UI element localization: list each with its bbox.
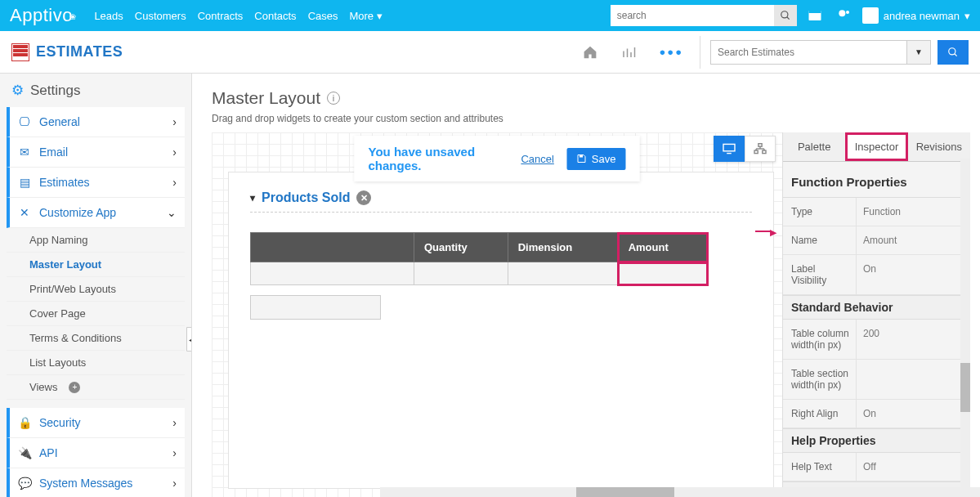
global-search-button[interactable] [774, 5, 797, 26]
sidebar-item-master-layout[interactable]: Master Layout [7, 253, 185, 277]
prop-name[interactable]: NameAmount [783, 226, 970, 255]
nav-contracts[interactable]: Contracts [198, 10, 244, 22]
col-amount[interactable]: Amount [618, 233, 707, 262]
nav-more[interactable]: More ▾ [349, 10, 382, 22]
nav-links: Leads Customers Contracts Contacts Cases… [94, 10, 382, 22]
plug-icon: 🔌 [18, 446, 31, 459]
section-header[interactable]: ▾ Products Sold ✕ [250, 190, 752, 205]
chevron-right-icon: › [172, 477, 177, 490]
more-dots-icon[interactable]: ●●● [652, 43, 690, 61]
svg-line-11 [955, 53, 957, 56]
prop-type[interactable]: TypeFunction [783, 198, 970, 226]
sidebar-item-terms[interactable]: Terms & Conditions [7, 326, 185, 351]
search-estimates-input[interactable] [710, 40, 906, 65]
search-icon [947, 47, 959, 58]
svg-point-5 [846, 11, 849, 14]
calendar-icon[interactable] [803, 5, 826, 26]
search-estimates-dropdown[interactable]: ▼ [906, 40, 931, 65]
sidebar-item-cover-page[interactable]: Cover Page [7, 302, 185, 326]
sidebar-item-print-web[interactable]: Print/Web Layouts [7, 277, 185, 302]
svg-point-0 [781, 11, 788, 18]
prop-label-visibility[interactable]: Label VisibilityOn [783, 255, 970, 295]
remove-section-button[interactable]: ✕ [356, 190, 371, 205]
prop-right-align[interactable]: Right AlignOn [783, 400, 970, 428]
desktop-view-button[interactable] [714, 136, 745, 162]
page-subtitle: Drag and drop widgets to create your cus… [212, 113, 970, 124]
prop-col-width[interactable]: Table column width(in px)200 [783, 320, 970, 360]
settings-title: ⚙ Settings [7, 82, 185, 99]
svg-rect-15 [758, 144, 762, 147]
global-search-input[interactable] [611, 5, 774, 26]
search-estimates-button[interactable] [937, 40, 969, 65]
mail-icon: ✉ [18, 146, 31, 159]
hierarchy-icon [753, 143, 767, 154]
home-icon[interactable] [575, 42, 605, 63]
canvas-scrollbar-horizontal[interactable] [380, 487, 980, 497]
tools-icon: ✕ [18, 206, 31, 219]
chevron-down-icon: ▾ [250, 192, 255, 204]
tab-inspector[interactable]: Inspector [845, 132, 907, 161]
col-dimension[interactable]: Dimension [508, 233, 618, 262]
user-menu[interactable]: andrea newman ▾ [862, 7, 970, 24]
sidebar-item-app-naming[interactable]: App Naming [7, 228, 185, 253]
top-navbar: Apptivo Leads Customers Contracts Contac… [0, 0, 980, 31]
prop-section-width[interactable]: Table section width(in px) [783, 360, 970, 400]
save-icon [577, 154, 587, 163]
inspector-tabs: Palette Inspector Revisions [783, 132, 970, 162]
svg-rect-12 [579, 155, 583, 158]
sidebar-item-list-layouts[interactable]: List Layouts [7, 351, 185, 375]
svg-point-4 [839, 10, 845, 16]
divider [250, 212, 752, 213]
prop-help-text[interactable]: Help TextOff [783, 453, 970, 481]
divider [700, 36, 700, 69]
view-toggle [714, 136, 776, 162]
info-icon[interactable]: i [327, 92, 340, 105]
heading-help-properties: Help Properties [783, 428, 970, 453]
tab-revisions[interactable]: Revisions [908, 132, 970, 161]
app-title[interactable]: ESTIMATES [11, 43, 123, 61]
nav-leads[interactable]: Leads [94, 10, 123, 22]
sidebar-item-general[interactable]: 🖵General› [7, 107, 185, 137]
list-icon: ▤ [18, 176, 31, 189]
chevron-down-icon: ▾ [964, 10, 970, 22]
svg-point-10 [949, 47, 955, 54]
col-empty[interactable] [251, 233, 414, 262]
cancel-button[interactable]: Cancel [521, 153, 553, 165]
logo[interactable]: Apptivo [10, 5, 79, 26]
chevron-right-icon: › [172, 176, 177, 189]
canvas-frame[interactable]: ▾ Products Sold ✕ Quantity Dimension Amo… [228, 172, 774, 489]
main-area: Master Layout i Drag and drop widgets to… [192, 74, 980, 497]
section-title: Products Sold [262, 190, 350, 205]
sidebar-item-api[interactable]: 🔌API› [7, 438, 185, 468]
unsaved-message: You have unsaved changes. [369, 145, 508, 172]
nav-cases[interactable]: Cases [308, 10, 338, 22]
plus-icon: + [69, 382, 80, 393]
notifications-icon[interactable] [833, 5, 856, 26]
hierarchy-view-button[interactable] [745, 136, 776, 162]
chevron-right-icon: › [172, 146, 177, 159]
sidebar-item-customize[interactable]: ✕Customize App⌄ [7, 198, 185, 228]
sidebar-item-system-messages[interactable]: 💬System Messages› [7, 468, 185, 497]
tab-palette[interactable]: Palette [783, 132, 845, 161]
svg-rect-17 [763, 150, 766, 154]
heading-standard-behavior: Standard Behavior [783, 295, 970, 320]
save-button[interactable]: Save [567, 148, 626, 170]
products-table[interactable]: Quantity Dimension Amount [250, 232, 708, 285]
layout-canvas: You have unsaved changes. Cancel Save [212, 132, 782, 497]
table-row[interactable] [251, 262, 708, 285]
sidebar-item-estimates[interactable]: ▤Estimates› [7, 168, 185, 198]
sidebar-item-email[interactable]: ✉Email› [7, 137, 185, 168]
nav-customers[interactable]: Customers [135, 10, 186, 22]
inspector-scrollbar[interactable] [960, 159, 970, 497]
chart-icon[interactable] [615, 42, 642, 63]
desktop-icon [722, 143, 736, 154]
sidebar-item-views[interactable]: Views + [7, 375, 185, 400]
monitor-icon: 🖵 [18, 115, 31, 128]
collapse-sidebar-handle[interactable]: ◀ [186, 327, 192, 351]
sidebar-item-security[interactable]: 🔒Security› [7, 408, 185, 438]
col-quantity[interactable]: Quantity [414, 233, 508, 262]
footer-cell[interactable] [250, 295, 381, 320]
search-icon [780, 10, 791, 21]
nav-contacts[interactable]: Contacts [254, 10, 296, 22]
page-title: Master Layout i [212, 88, 970, 108]
